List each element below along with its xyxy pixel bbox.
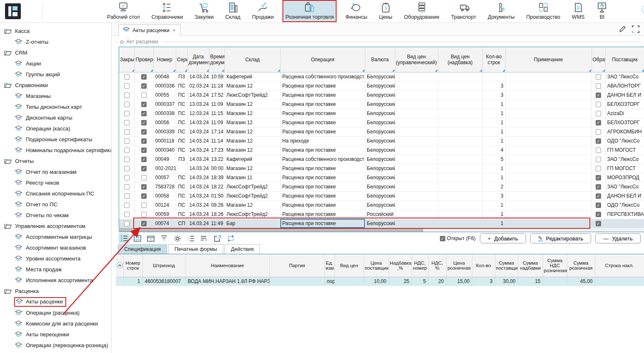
table-row[interactable]: ✓0000336ПС02.03.2411:18Магазин 12Расценк… (119, 81, 644, 90)
checkbox-checked[interactable]: ✓ (440, 236, 445, 241)
cell-checked[interactable]: ✓ (135, 182, 153, 191)
cell-reverse[interactable]: ✓ (592, 219, 605, 228)
table-row[interactable]: ✓00056ПС14.03.2411:09Магазин 12Расценка … (119, 118, 644, 127)
cell-note[interactable] (505, 182, 592, 191)
cell-operation[interactable]: Расценка при поставке (280, 127, 365, 136)
cell-closed[interactable] (119, 200, 135, 210)
cell-warehouse[interactable]: Магазин 12 (225, 100, 280, 109)
column-header-время-документа[interactable]: Время документа (209, 47, 225, 72)
cell-checked[interactable] (135, 200, 153, 210)
cell-row_count[interactable]: 1 (482, 118, 505, 127)
cell-supplier[interactable]: AzizaDi (605, 109, 644, 118)
cell-reverse[interactable]: ✓ (592, 136, 605, 145)
cell-time[interactable]: 11:09 (209, 100, 225, 109)
spec-cell[interactable]: 15 (518, 277, 543, 286)
closed-checkbox[interactable] (124, 93, 130, 98)
closed-checkbox[interactable] (124, 83, 130, 89)
spec-cell[interactable]: 1 (123, 277, 142, 286)
sidebar-item-типы-дисконтных-карт[interactable]: Типы дисконтных карт (0, 101, 111, 112)
spec-cell[interactable] (543, 277, 567, 286)
checked-checkbox[interactable]: ✓ (141, 184, 147, 190)
spec-cell[interactable]: 20 (428, 277, 446, 286)
cell-time[interactable]: 11:09 (209, 118, 225, 127)
sidebar-item-комиссии-для-акта-расценки[interactable]: Комиссии для акта расценки (0, 318, 111, 329)
cell-supplier[interactable]: АГРОКОМБИН (605, 127, 644, 136)
cell-price_markup[interactable] (438, 127, 482, 136)
cell-note[interactable] (505, 191, 592, 200)
collapse-column-header[interactable] (116, 254, 123, 277)
cell-date[interactable]: 14.03.24 (187, 127, 209, 136)
table-row[interactable]: 00055ПС14.03.2417:52ЛюксСофтТрейд2Расцен… (119, 90, 644, 100)
cell-reverse[interactable]: ✓ (592, 118, 605, 127)
cell-closed[interactable] (119, 72, 135, 81)
cell-number[interactable]: 002-20210 (153, 164, 176, 173)
cell-supplier[interactable]: ЗАО "ЛюксСо (605, 72, 644, 81)
cell-supplier[interactable]: ДАНОН БЕЛ И (605, 191, 644, 200)
cell-row_count[interactable]: 1 (482, 200, 505, 210)
checked-checkbox[interactable]: ✓ (141, 193, 147, 199)
delete-button[interactable]: — Удалить (595, 233, 641, 243)
closed-checkbox[interactable] (124, 148, 130, 153)
cell-row_count[interactable]: 1 (482, 164, 505, 173)
cell-time[interactable]: 11:18 (209, 81, 225, 90)
cell-supplier[interactable]: ПЕРСПЕКТИВА (605, 210, 644, 219)
spec-cell[interactable]: 10,00 (364, 277, 389, 286)
cell-reverse[interactable] (592, 72, 605, 81)
cell-operation[interactable]: Расценка при поставке (280, 210, 365, 219)
add-list-icon[interactable] (199, 233, 210, 243)
cell-time[interactable]: 00:00 (209, 164, 225, 173)
cell-reverse[interactable]: ✓ (592, 90, 605, 100)
reverse-checkbox[interactable] (596, 166, 601, 171)
cell-number[interactable]: 00124 (153, 200, 176, 210)
cell-closed[interactable] (119, 109, 135, 118)
toolbar-item-рабочий-стол[interactable]: Рабочий стол (104, 0, 142, 22)
cell-closed[interactable] (119, 118, 135, 127)
cell-price_mgmt[interactable] (395, 109, 438, 118)
cell-price_markup[interactable] (438, 72, 482, 81)
spec-column-кол-во[interactable]: Кол-во (472, 254, 495, 277)
checked-checkbox[interactable]: ✓ (141, 166, 147, 171)
cell-warehouse[interactable]: Бар (225, 219, 280, 228)
cell-row_count[interactable]: 1 (482, 210, 505, 219)
cell-number[interactable]: 00048 (153, 72, 176, 81)
cell-series[interactable]: ПС (176, 191, 187, 200)
cell-operation[interactable]: Расценка при поставке (280, 191, 365, 200)
cell-checked[interactable]: ✓ (135, 109, 153, 118)
sidebar-item-отчеты[interactable]: Отчеты (0, 155, 111, 166)
cell-number[interactable]: 00055 (153, 90, 176, 100)
reverse-checkbox[interactable]: ✓ (596, 120, 601, 125)
cell-date[interactable]: 02.03.24 (187, 81, 209, 90)
spec-column-сумма-поставщика[interactable]: Сумма поставщика (495, 254, 518, 277)
sidebar-item-ассортиментные-матрицы[interactable]: Ассортиментные матрицы (0, 231, 111, 242)
sidebar-item-реестр-чеков[interactable]: Реестр чеков (0, 177, 111, 188)
reverse-checkbox[interactable]: ✓ (596, 184, 601, 190)
cell-series[interactable]: ПС (176, 182, 187, 191)
cell-time[interactable]: 17:14 (209, 127, 225, 136)
cell-note[interactable] (505, 164, 592, 173)
cell-row_count[interactable]: 5 (482, 155, 505, 164)
cell-note[interactable] (505, 210, 592, 219)
checked-checkbox[interactable] (141, 203, 147, 208)
cell-checked[interactable]: ✓ (135, 219, 153, 228)
spec-cell[interactable]: 5 (412, 277, 428, 286)
sidebar-item-дисконтные-карты[interactable]: Дисконтные карты (0, 112, 111, 123)
cell-price_mgmt[interactable] (395, 81, 438, 90)
column-header-дата-документа[interactable]: Дата документа (187, 47, 209, 72)
column-header-операция[interactable]: Операция (280, 47, 365, 72)
toolbar-item-wms[interactable]: WMS (569, 0, 588, 22)
cell-checked[interactable] (135, 210, 153, 219)
cell-row_count[interactable]: 3 (482, 81, 505, 90)
cell-closed[interactable] (119, 136, 135, 145)
cell-price_markup[interactable] (438, 182, 482, 191)
sidebar-item-касса[interactable]: Касса (0, 25, 111, 36)
cell-date[interactable]: 14.03.24 (187, 219, 209, 228)
cell-series[interactable]: ПЗ (176, 72, 187, 81)
cell-warehouse[interactable]: ЛюксСофтТрейд2 (225, 210, 280, 219)
checked-checkbox[interactable] (141, 93, 147, 98)
cell-row_count[interactable]: 1 (482, 127, 505, 136)
cell-time[interactable]: 10:59 (209, 72, 225, 81)
cell-reverse[interactable]: ✓ (592, 173, 605, 182)
scrollbar-thumb[interactable] (119, 228, 423, 232)
toolbar-item-розничная-торговля[interactable]: Розничная торговля (282, 0, 337, 22)
column-header-закрыт[interactable]: Закрыт (119, 47, 135, 72)
